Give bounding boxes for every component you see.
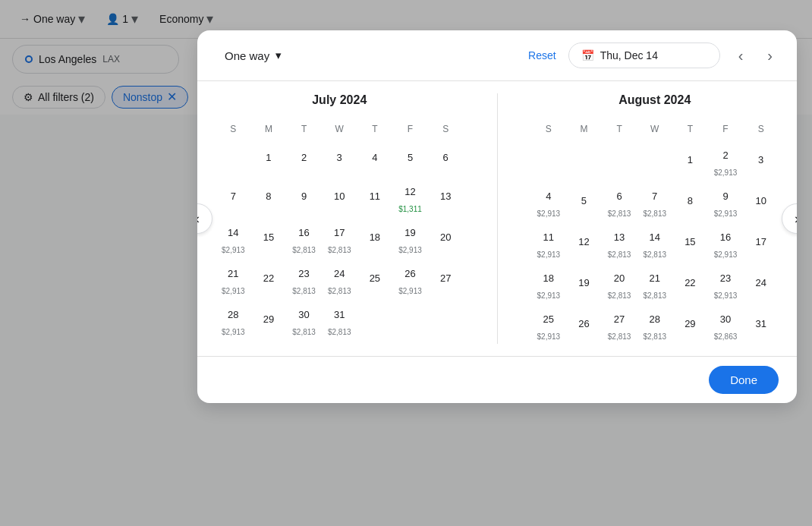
popup-trip-type[interactable]: One way ▾ (216, 44, 291, 67)
reset-button[interactable]: Reset (528, 49, 556, 61)
popup-header: One way ▾ Reset 📅 Thu, Dec 14 ‹ › (197, 30, 797, 81)
july-title: July 2024 (216, 93, 464, 107)
calendar-popup: One way ▾ Reset 📅 Thu, Dec 14 ‹ › ‹ July… (197, 30, 797, 115)
next-date-button[interactable]: › (761, 44, 779, 68)
selected-date-label: Thu, Dec 14 (600, 49, 658, 61)
popup-chevron-icon: ▾ (275, 49, 282, 62)
month-divider (497, 93, 498, 115)
july-calendar: July 2024 SMTWTFS123456789101112$1,31113… (216, 93, 464, 115)
august-calendar: August 2024 SMTWTFS12$2,91334$2,91356$2,… (531, 93, 779, 115)
calendar-icon: 📅 (581, 49, 594, 61)
calendar-area: ‹ July 2024 SMTWTFS123456789101112$1,311… (197, 81, 797, 115)
date-display[interactable]: 📅 Thu, Dec 14 (568, 43, 720, 68)
august-title: August 2024 (531, 93, 779, 107)
popup-trip-type-label: One way (225, 49, 269, 62)
prev-date-button[interactable]: ‹ (732, 44, 750, 68)
